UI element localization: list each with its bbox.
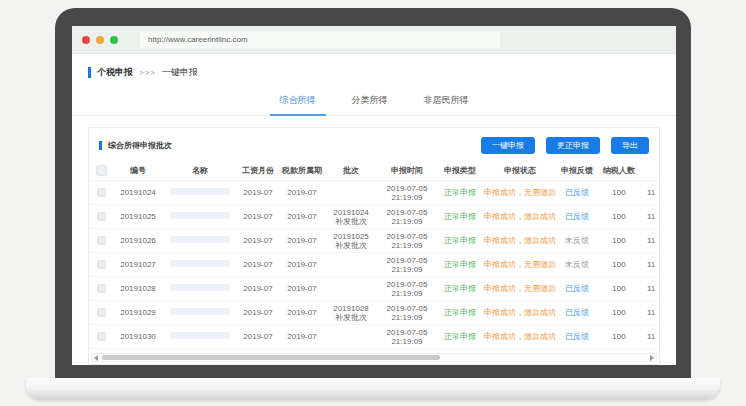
time-date: 2019-07-05 — [377, 208, 437, 217]
scrollbar-thumb[interactable] — [102, 355, 440, 360]
horizontal-scrollbar[interactable] — [91, 353, 657, 362]
scroll-left-arrow-icon[interactable] — [92, 354, 100, 361]
time-date: 2019-07-05 — [377, 184, 437, 193]
row-checkbox[interactable] — [97, 212, 106, 221]
cell-declare-status: 申报成功，缴款成功 — [483, 332, 557, 341]
row-checkbox[interactable] — [97, 308, 106, 317]
column-header-label: 申报时间 — [391, 166, 423, 175]
batch-line-1: 20191025 — [325, 232, 377, 241]
cell-declare-time: 2019-07-05 21:19:09 — [377, 208, 437, 226]
column-header-label: 申报反馈 — [561, 166, 593, 175]
table-row: 20191026 2019-07 2019-07 20191025 补发批次 2… — [89, 229, 659, 253]
window-maximize-button[interactable] — [110, 36, 118, 44]
scroll-right-arrow-icon[interactable] — [648, 354, 656, 361]
tab-label: 综合所得 — [280, 95, 316, 105]
action-button[interactable]: 一键申报 — [481, 137, 535, 154]
breadcrumb-root[interactable]: 个税申报 — [97, 66, 133, 79]
name-placeholder — [170, 236, 230, 243]
time-date: 2019-07-05 — [377, 256, 437, 265]
table-row: 20191028 2019-07 2019-07 2019-07-05 21:1… — [89, 277, 659, 301]
column-header: 批次 — [325, 166, 377, 175]
column-header-label: 批次 — [343, 166, 359, 175]
cell-extra-clipped: 11 — [641, 284, 660, 293]
action-button[interactable]: 更正申报 — [546, 137, 600, 154]
cell-batch-id: 20191024 — [113, 188, 163, 197]
cell-name — [163, 236, 237, 245]
table-body: 20191024 2019-07 2019-07 2019-07-05 21:1… — [89, 181, 659, 349]
row-checkbox[interactable] — [97, 188, 106, 197]
cell-checkbox — [89, 236, 113, 245]
table-row: 20191025 2019-07 2019-07 20191024 补发批次 2… — [89, 205, 659, 229]
cell-taxpayer-count: 100 — [597, 284, 641, 293]
batch-line-1: 20191024 — [325, 208, 377, 217]
column-header — [89, 165, 113, 176]
name-placeholder — [170, 332, 230, 339]
column-header: 工资月份 — [237, 166, 279, 175]
time-clock: 21:19:09 — [377, 313, 437, 322]
column-header: 纳税人数 — [597, 166, 641, 175]
cell-taxpayer-count: 100 — [597, 188, 641, 197]
row-checkbox[interactable] — [97, 260, 106, 269]
column-header-label: 编号 — [130, 166, 146, 175]
time-date: 2019-07-05 — [377, 328, 437, 337]
cell-name — [163, 284, 237, 293]
row-checkbox[interactable] — [97, 284, 106, 293]
cell-declare-status: 申报成功，无需缴款 — [483, 188, 557, 197]
cell-declare-type: 正常申报 — [437, 332, 483, 341]
cell-taxpayer-count: 100 — [597, 236, 641, 245]
cell-declare-time: 2019-07-05 21:19:09 — [377, 280, 437, 298]
cell-tax-period: 2019-07 — [279, 332, 325, 341]
cell-checkbox — [89, 284, 113, 293]
row-checkbox[interactable] — [97, 236, 106, 245]
batch-line-2: 补发批次 — [325, 241, 377, 250]
cell-extra-clipped: 11 — [641, 308, 660, 317]
table-row: 20191029 2019-07 2019-07 20191028 补发批次 2… — [89, 301, 659, 325]
column-header-label: 名称 — [192, 166, 208, 175]
cell-tax-period: 2019-07 — [279, 188, 325, 197]
column-header: 税款所属期 — [279, 166, 325, 175]
cell-declare-status: 申报成功，无需缴款 — [483, 260, 557, 269]
action-button[interactable]: 导出 — [611, 137, 649, 154]
cell-extra-clipped: 11 — [641, 188, 660, 197]
column-header-label: 工资月份 — [242, 166, 274, 175]
window-close-button[interactable] — [82, 36, 90, 44]
tab-bar: 综合所得 分类所得 非居民所得 — [72, 90, 676, 116]
column-header-label: 税款所属期 — [282, 166, 322, 175]
row-checkbox[interactable] — [97, 332, 106, 341]
cell-declare-type: 正常申报 — [437, 236, 483, 245]
column-header-label: 申报类型 — [444, 166, 476, 175]
cell-batch: 20191028 补发批次 — [325, 304, 377, 322]
panel-buttons: 一键申报 更正申报 导出 — [470, 137, 649, 154]
name-placeholder — [170, 308, 230, 315]
cell-taxpayer-count: 100 — [597, 308, 641, 317]
tab[interactable]: 综合所得 — [270, 90, 326, 115]
cell-feedback: 未反馈 — [557, 236, 597, 245]
cell-feedback: 已反馈 — [557, 332, 597, 341]
cell-declare-time: 2019-07-05 21:19:09 — [377, 304, 437, 322]
column-header: 申报时间 — [377, 166, 437, 175]
cell-taxpayer-count: 100 — [597, 260, 641, 269]
time-date: 2019-07-05 — [377, 304, 437, 313]
time-clock: 21:19:09 — [377, 241, 437, 250]
tab-label: 非居民所得 — [424, 95, 469, 105]
tab-label: 分类所得 — [352, 95, 388, 105]
time-date: 2019-07-05 — [377, 232, 437, 241]
tab[interactable]: 非居民所得 — [414, 90, 479, 115]
cell-batch-id: 20191027 — [113, 260, 163, 269]
cell-declare-time: 2019-07-05 21:19:09 — [377, 256, 437, 274]
cell-name — [163, 188, 237, 197]
tab[interactable]: 分类所得 — [342, 90, 398, 115]
name-placeholder — [170, 212, 230, 219]
cell-salary-month: 2019-07 — [237, 212, 279, 221]
cell-checkbox — [89, 260, 113, 269]
cell-feedback: 已反馈 — [557, 308, 597, 317]
cell-batch-id: 20191026 — [113, 236, 163, 245]
browser-titlebar: http://www.careerintlinc.com — [72, 26, 676, 54]
table-row: 20191030 2019-07 2019-07 2019-07-05 21:1… — [89, 325, 659, 349]
table-row: 20191027 2019-07 2019-07 2019-07-05 21:1… — [89, 253, 659, 277]
window-minimize-button[interactable] — [96, 36, 104, 44]
breadcrumb-separator: >>> — [139, 68, 156, 77]
panel-header: 综合所得申报批次 一键申报 更正申报 导出 — [89, 128, 659, 161]
address-bar[interactable]: http://www.careerintlinc.com — [140, 32, 500, 48]
cell-salary-month: 2019-07 — [237, 236, 279, 245]
